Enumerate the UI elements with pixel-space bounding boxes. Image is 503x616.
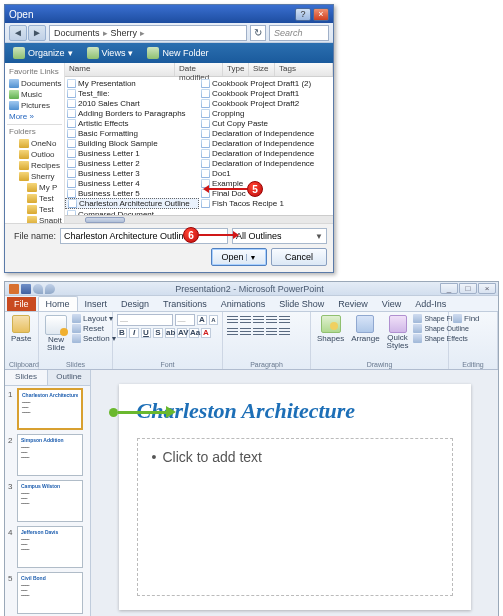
ribbon-tab-add-ins[interactable]: Add-Ins <box>408 297 453 311</box>
breadcrumb-part[interactable]: Sherry <box>111 28 138 38</box>
font-family-dropdown[interactable]: ― <box>117 314 173 326</box>
paste-button[interactable]: Paste <box>9 314 33 360</box>
scrollbar-thumb[interactable] <box>85 217 125 223</box>
layout-button[interactable]: Layout ▾ <box>72 314 116 323</box>
file-item[interactable]: Doc1 <box>199 168 333 178</box>
file-item[interactable]: Business Letter 4 <box>65 178 199 188</box>
col-size[interactable]: Size <box>249 63 275 76</box>
numbering-icon[interactable] <box>240 314 251 324</box>
quick-styles-button[interactable]: Quick Styles <box>385 314 411 360</box>
file-item[interactable]: Artistic Effects <box>65 118 199 128</box>
slide-thumbnail[interactable]: Jefferson Davis━━━━━━━━━━━ <box>17 526 83 568</box>
ribbon-tab-animations[interactable]: Animations <box>214 297 273 311</box>
nav-folder[interactable]: Outloo <box>17 149 62 160</box>
file-item[interactable]: Final Doc <box>199 188 333 198</box>
col-tags[interactable]: Tags <box>275 63 333 76</box>
file-item[interactable]: 2010 Sales Chart <box>65 98 199 108</box>
find-button[interactable]: Find <box>453 314 480 323</box>
ribbon-tab-transitions[interactable]: Transitions <box>156 297 214 311</box>
file-item[interactable]: Cookbook Project Draft2 <box>199 98 333 108</box>
breadcrumb-part[interactable]: Documents <box>54 28 100 38</box>
nav-pictures[interactable]: Pictures <box>7 100 62 111</box>
search-input[interactable]: Search <box>269 25 329 41</box>
nav-documents[interactable]: Documents <box>7 78 62 89</box>
file-item[interactable]: Business Letter 5 <box>65 188 199 198</box>
nav-folder[interactable]: Test <box>25 204 62 215</box>
arrange-button[interactable]: Arrange <box>349 314 381 360</box>
shrink-font-icon[interactable]: A <box>209 315 218 325</box>
nav-forward-button[interactable]: ► <box>28 25 46 41</box>
views-menu[interactable]: Views ▾ <box>83 45 138 61</box>
close-button[interactable]: × <box>313 8 329 21</box>
help-button[interactable]: ? <box>295 8 311 21</box>
shapes-button[interactable]: Shapes <box>315 314 346 360</box>
file-filter-dropdown[interactable]: All Outlines▼ <box>232 228 327 244</box>
window-close-button[interactable]: × <box>478 283 496 294</box>
minimize-button[interactable]: _ <box>440 283 458 294</box>
file-item[interactable]: Cropping <box>199 108 333 118</box>
ribbon-tab-home[interactable]: Home <box>38 296 78 311</box>
indent-inc-icon[interactable] <box>266 314 277 324</box>
ribbon-tab-design[interactable]: Design <box>114 297 156 311</box>
font-size-dropdown[interactable]: ― <box>175 314 196 326</box>
file-item[interactable]: Adding Borders to Paragraphs <box>65 108 199 118</box>
align-left-icon[interactable] <box>227 326 238 336</box>
nav-back-button[interactable]: ◄ <box>9 25 27 41</box>
ribbon-tab-insert[interactable]: Insert <box>78 297 115 311</box>
nav-folder[interactable]: Recipes <box>17 160 62 171</box>
nav-folder[interactable]: OneNo <box>17 138 62 149</box>
file-item[interactable]: Example <box>199 178 333 188</box>
file-item[interactable]: Compared Document <box>65 209 199 215</box>
ribbon-tab-view[interactable]: View <box>375 297 408 311</box>
file-item[interactable]: Fish Tacos Recipe 1 <box>199 198 333 208</box>
file-list[interactable]: My PresentationTest_file:2010 Sales Char… <box>65 77 333 215</box>
save-icon[interactable] <box>21 284 31 294</box>
slide-thumbnail[interactable]: Civil Bond━━━━━━━━━━━ <box>17 572 83 614</box>
undo-icon[interactable] <box>33 284 43 294</box>
redo-icon[interactable] <box>45 284 55 294</box>
file-item[interactable]: Declaration of Independence <box>199 158 333 168</box>
file-item[interactable]: My Presentation <box>65 78 199 88</box>
indent-dec-icon[interactable] <box>253 314 264 324</box>
maximize-button[interactable]: □ <box>459 283 477 294</box>
bold-icon[interactable]: B <box>117 328 127 338</box>
align-right-icon[interactable] <box>253 326 264 336</box>
case-icon[interactable]: Aa <box>189 328 199 338</box>
align-center-icon[interactable] <box>240 326 251 336</box>
file-item[interactable]: Business Letter 2 <box>65 158 199 168</box>
file-item[interactable]: Cookbook Project Draft1 (2) <box>199 78 333 88</box>
file-item[interactable]: Declaration of Independence <box>199 128 333 138</box>
file-item[interactable]: Declaration of Independence <box>199 138 333 148</box>
powerpoint-icon[interactable] <box>9 284 19 294</box>
nav-folder[interactable]: My P <box>25 182 62 193</box>
file-item[interactable]: Charleston Architecture Outline <box>65 198 199 209</box>
file-item[interactable]: Basic Formatting <box>65 128 199 138</box>
strike-icon[interactable]: S <box>153 328 163 338</box>
nav-music[interactable]: Music <box>7 89 62 100</box>
justify-icon[interactable] <box>266 326 277 336</box>
slide-thumbnail[interactable]: Simpson Addition━━━━━━━━━━━ <box>17 434 83 476</box>
organize-menu[interactable]: Organize ▾ <box>9 45 77 61</box>
breadcrumb[interactable]: Documents ▸ Sherry ▸ <box>49 25 247 41</box>
nav-folder[interactable]: Test <box>25 193 62 204</box>
nav-folder[interactable]: Sherry <box>17 171 62 182</box>
columns-icon[interactable] <box>279 326 290 336</box>
shadow-icon[interactable]: ab <box>165 328 175 338</box>
ribbon-tab-slide-show[interactable]: Slide Show <box>272 297 331 311</box>
file-item[interactable]: Declaration of Independence <box>199 148 333 158</box>
col-date[interactable]: Date modified <box>175 63 223 76</box>
grow-font-icon[interactable]: A <box>197 315 206 325</box>
file-item[interactable]: Business Letter 1 <box>65 148 199 158</box>
col-type[interactable]: Type <box>223 63 249 76</box>
slide-thumbnail[interactable]: Charleston Architecture━━━━━━━━━━━ <box>17 388 83 430</box>
open-button[interactable]: Open ▼ <box>211 248 267 266</box>
filename-input[interactable] <box>60 228 228 244</box>
file-item[interactable]: Cut Copy Paste <box>199 118 333 128</box>
nav-more[interactable]: More » <box>7 111 62 122</box>
file-item[interactable]: Cookbook Project Draft1 <box>199 88 333 98</box>
slide-thumbnail[interactable]: Campus Wilston━━━━━━━━━━━ <box>17 480 83 522</box>
nav-folder[interactable]: Snapit <box>25 215 62 223</box>
refresh-button[interactable]: ↻ <box>250 25 266 41</box>
bullets-icon[interactable] <box>227 314 238 324</box>
line-spacing-icon[interactable] <box>279 314 290 324</box>
